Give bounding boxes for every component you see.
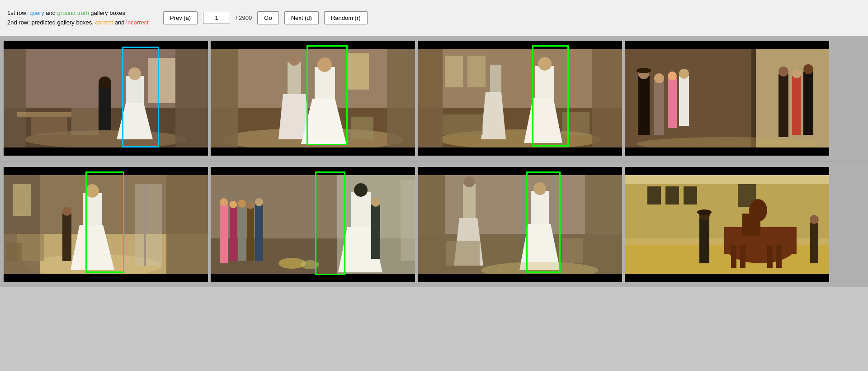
svg-point-72 (85, 184, 99, 198)
svg-rect-75 (6, 243, 22, 261)
svg-point-111 (533, 182, 546, 195)
svg-point-98 (371, 198, 380, 207)
legend-mid-2: and (113, 19, 126, 26)
r1-img4[interactable] (625, 41, 829, 156)
legend-mid-1: and (44, 10, 57, 16)
svg-rect-20 (387, 49, 415, 147)
r2-img2[interactable] (211, 167, 415, 282)
svg-rect-130 (731, 245, 736, 268)
svg-rect-56 (778, 74, 788, 137)
svg-point-55 (679, 69, 689, 79)
r2-img1[interactable] (4, 167, 208, 282)
svg-point-138 (810, 215, 819, 224)
svg-rect-132 (767, 245, 773, 268)
legend-prefix-2: 2nd row: predicted gallery boxes, (7, 19, 95, 26)
svg-rect-78 (62, 214, 71, 261)
legend-query: query (29, 10, 44, 16)
svg-rect-88 (238, 206, 246, 261)
legend-line1: 1st row: query and ground truth gallery … (7, 9, 149, 18)
svg-point-85 (220, 198, 228, 206)
svg-rect-129 (750, 207, 757, 220)
row2-container[interactable] (0, 162, 868, 287)
svg-rect-101 (401, 180, 415, 261)
legend-incorrect: incorrect (126, 19, 149, 26)
svg-rect-76 (135, 184, 162, 266)
svg-point-61 (803, 64, 813, 74)
svg-rect-106 (585, 175, 622, 274)
svg-rect-7 (17, 112, 71, 117)
r1-img3[interactable] (418, 41, 622, 156)
svg-rect-120 (647, 186, 661, 205)
svg-point-108 (464, 176, 475, 187)
svg-point-40 (538, 57, 552, 71)
svg-rect-42 (443, 114, 483, 135)
svg-rect-50 (654, 81, 664, 135)
svg-point-91 (247, 202, 254, 209)
random-button[interactable]: Random (r) (324, 11, 368, 24)
svg-rect-137 (810, 223, 818, 263)
svg-rect-48 (638, 76, 650, 135)
svg-rect-60 (803, 71, 813, 135)
svg-rect-6 (148, 58, 175, 103)
svg-point-57 (778, 67, 788, 76)
go-button[interactable]: Go (257, 11, 278, 24)
r2-img3[interactable] (418, 167, 622, 282)
svg-point-136 (697, 209, 712, 215)
svg-point-59 (792, 69, 801, 78)
r1-img2[interactable] (211, 41, 415, 156)
svg-rect-19 (211, 49, 238, 147)
svg-point-25 (317, 57, 332, 72)
svg-rect-4 (4, 49, 26, 147)
legend-correct: correct (95, 19, 113, 26)
legend-prefix-1: 1st row: (7, 10, 29, 16)
svg-rect-5 (175, 49, 208, 147)
svg-rect-43 (562, 112, 590, 135)
svg-point-53 (668, 71, 677, 81)
svg-rect-113 (446, 241, 480, 266)
svg-rect-35 (445, 56, 463, 87)
prev-button[interactable]: Prev (a) (163, 11, 198, 24)
page-input[interactable] (203, 12, 230, 24)
toolbar: 1st row: query and ground truth gallery … (0, 0, 868, 36)
svg-point-9 (99, 76, 111, 89)
svg-rect-92 (255, 205, 263, 261)
svg-point-63 (637, 68, 651, 73)
legend: 1st row: query and ground truth gallery … (7, 9, 149, 28)
svg-point-51 (654, 73, 664, 83)
svg-rect-133 (776, 245, 782, 268)
row2 (2, 166, 831, 283)
legend-gt: ground truth (57, 10, 89, 16)
r1-img1[interactable] (4, 41, 208, 156)
svg-rect-52 (668, 78, 677, 128)
svg-point-89 (238, 200, 246, 208)
svg-rect-27 (346, 53, 369, 90)
legend-suffix-1: gallery boxes (89, 10, 125, 16)
svg-rect-33 (418, 49, 443, 147)
svg-rect-46 (751, 49, 829, 147)
svg-rect-13 (31, 117, 67, 135)
svg-rect-28 (351, 117, 373, 139)
svg-rect-114 (562, 238, 583, 263)
svg-rect-84 (220, 205, 228, 263)
svg-point-100 (301, 260, 319, 269)
svg-rect-54 (679, 76, 689, 126)
svg-rect-97 (371, 205, 380, 259)
row1 (2, 40, 831, 157)
svg-rect-90 (247, 208, 254, 261)
svg-rect-8 (99, 85, 111, 130)
row1-container[interactable] (0, 36, 868, 162)
next-button[interactable]: Next (d) (284, 11, 319, 24)
svg-rect-121 (665, 186, 679, 205)
legend-line2: 2nd row: predicted gallery boxes, correc… (7, 18, 149, 28)
svg-point-93 (255, 198, 263, 206)
svg-point-11 (128, 67, 141, 80)
r2-img4[interactable] (625, 167, 829, 282)
svg-rect-86 (230, 207, 237, 261)
svg-rect-34 (592, 49, 622, 147)
svg-rect-47 (751, 49, 756, 147)
svg-rect-69 (13, 184, 31, 216)
svg-point-95 (354, 183, 368, 197)
svg-point-79 (62, 207, 71, 216)
svg-rect-77 (144, 184, 146, 266)
svg-rect-105 (418, 175, 445, 274)
